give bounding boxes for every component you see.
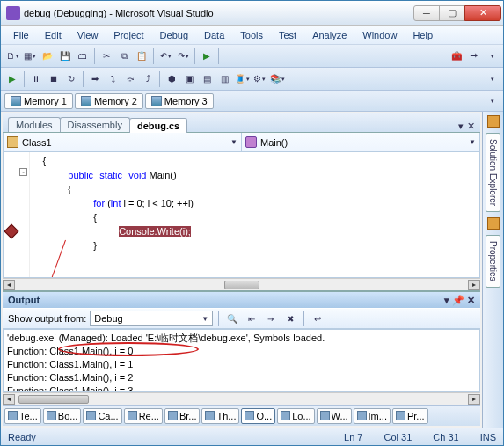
continue-button[interactable]: ▶	[4, 71, 20, 87]
output-panel-titlebar[interactable]: Output ▾📌✕	[3, 292, 480, 308]
bottom-tab[interactable]: W...	[317, 408, 352, 424]
bottom-tab-output[interactable]: O...	[241, 408, 275, 424]
menu-test[interactable]: Test	[272, 28, 303, 42]
output-horizontal-scrollbar[interactable]: ◂ ▸	[3, 392, 480, 405]
bottom-tab[interactable]: Im...	[354, 408, 391, 424]
menu-analyze[interactable]: Analyze	[305, 28, 354, 42]
restart-button[interactable]: ↻	[63, 71, 79, 87]
code-editor[interactable]: - { public static void Main() { for (int…	[3, 152, 480, 278]
stack-frame-button[interactable]: 📚▾	[269, 71, 285, 87]
break-all-button[interactable]: ⏸	[28, 71, 44, 87]
menu-window[interactable]: Window	[355, 28, 404, 42]
undo-button[interactable]: ↶▾	[157, 48, 173, 64]
active-files-button[interactable]: ▾	[458, 121, 464, 132]
immediate-window-button[interactable]: ▥	[216, 71, 232, 87]
tab-debug-cs[interactable]: debug.cs	[129, 118, 187, 133]
status-bar: Ready Ln 7 Col 31 Ch 31 INS	[1, 428, 503, 445]
menu-help[interactable]: Help	[405, 28, 440, 42]
class-selector[interactable]: Class1 ▼	[4, 133, 242, 151]
solution-explorer-tab[interactable]: Solution Explorer	[486, 133, 500, 212]
close-button[interactable]: ✕	[464, 5, 501, 21]
step-out-button[interactable]: ⤴	[140, 71, 156, 87]
tab-modules[interactable]: Modules	[8, 117, 61, 132]
step-into-button[interactable]: ⤵	[105, 71, 121, 87]
bottom-tab[interactable]: Bo...	[43, 408, 82, 424]
menu-data[interactable]: Data	[197, 28, 231, 42]
editor-margin[interactable]: -	[4, 152, 30, 277]
titlebar[interactable]: debug (Debugging) - Microsoft Visual Stu…	[1, 1, 503, 26]
output-source-selector[interactable]: Debug ▼	[90, 311, 213, 326]
menu-view[interactable]: View	[70, 28, 106, 42]
properties-tab[interactable]: Properties	[486, 235, 500, 288]
save-button[interactable]: 💾	[57, 48, 73, 64]
prev-message-button[interactable]: ⇤	[244, 311, 259, 326]
tab-icon	[396, 411, 405, 420]
pin-button[interactable]: 📌	[452, 295, 464, 306]
document-tab-bar: Modules Disassembly debug.cs ▾ ✕	[3, 113, 480, 133]
memory-tab-1[interactable]: Memory 1	[4, 93, 73, 109]
find-message-button[interactable]: 🔍	[224, 311, 240, 326]
method-selector[interactable]: Main() ▼	[242, 133, 479, 151]
editor-horizontal-scrollbar[interactable]: ◂ ▸	[3, 278, 480, 290]
scroll-thumb[interactable]	[18, 395, 89, 404]
tab-disassembly[interactable]: Disassembly	[60, 117, 130, 132]
word-wrap-button[interactable]: ↩	[310, 311, 325, 326]
bottom-tab[interactable]: Pr...	[392, 408, 428, 424]
copy-button[interactable]: ⧉	[116, 48, 132, 64]
overflow-button[interactable]: ▾	[484, 48, 500, 64]
window-position-button[interactable]: ▾	[444, 295, 449, 306]
close-panel-button[interactable]: ✕	[467, 295, 475, 306]
minimize-button[interactable]: ─	[413, 5, 440, 21]
menu-project[interactable]: Project	[106, 28, 150, 42]
scroll-right-icon[interactable]: ▸	[468, 280, 480, 290]
scroll-left-icon[interactable]: ◂	[3, 394, 15, 405]
processes-button[interactable]: ⚙▾	[252, 71, 267, 87]
menu-debug[interactable]: Debug	[153, 28, 195, 42]
bottom-tab[interactable]: Th...	[201, 408, 239, 424]
toolbox-button[interactable]: 🧰	[449, 48, 464, 64]
show-next-statement-button[interactable]: ➡	[87, 71, 103, 87]
collapse-region-icon[interactable]: -	[19, 168, 27, 176]
breakpoints-window-button[interactable]: ▣	[181, 71, 197, 87]
menu-tools[interactable]: Tools	[233, 28, 270, 42]
menu-file[interactable]: File	[6, 28, 36, 42]
clear-output-button[interactable]: ✖	[282, 311, 298, 326]
add-item-button[interactable]: ▦▾	[22, 48, 38, 64]
menu-edit[interactable]: Edit	[38, 28, 69, 42]
memory-tab-3[interactable]: Memory 3	[145, 93, 214, 109]
output-window-button[interactable]: ▤	[199, 71, 215, 87]
find-button[interactable]: ⮕	[466, 48, 482, 64]
close-document-button[interactable]: ✕	[467, 121, 475, 132]
breakpoint-icon[interactable]	[4, 224, 19, 239]
save-all-button[interactable]: 🗃	[75, 48, 91, 64]
cut-button[interactable]: ✂	[99, 48, 114, 64]
redo-button[interactable]: ↷▾	[175, 48, 191, 64]
next-message-button[interactable]: ⇥	[263, 311, 279, 326]
bottom-tab[interactable]: Te...	[4, 408, 41, 424]
stop-debug-button[interactable]: ⏹	[46, 71, 62, 87]
maximize-button[interactable]: ▢	[439, 5, 465, 21]
open-button[interactable]: 📂	[40, 48, 55, 64]
class-icon	[7, 136, 18, 148]
memory-tab-2[interactable]: Memory 2	[75, 93, 143, 109]
threads-button[interactable]: 🧵▾	[234, 71, 250, 87]
overflow-button[interactable]: ▾	[484, 93, 500, 109]
start-debug-button[interactable]: ▶	[199, 48, 215, 64]
bottom-tab[interactable]: Ca...	[83, 408, 121, 424]
code-area[interactable]: { public static void Main() { for (int i…	[30, 152, 479, 277]
chevron-down-icon: ▼	[230, 138, 237, 146]
bottom-tab[interactable]: Re...	[124, 408, 163, 424]
scroll-left-icon[interactable]: ◂	[3, 280, 15, 290]
scroll-right-icon[interactable]: ▸	[468, 394, 480, 405]
output-text[interactable]: 'debug.exe' (Managed): Loaded 'E:\临时文档\d…	[3, 329, 480, 392]
tab-icon	[205, 411, 215, 420]
scroll-thumb[interactable]	[224, 281, 259, 289]
new-project-button[interactable]: 🗋▾	[4, 48, 20, 64]
step-over-button[interactable]: ⤼	[122, 71, 138, 87]
hex-button[interactable]: ⬢	[164, 71, 179, 87]
bottom-tab[interactable]: Br...	[164, 408, 201, 424]
properties-icon	[487, 217, 500, 230]
bottom-tab[interactable]: Lo...	[277, 408, 314, 424]
overflow-button[interactable]: ▾	[484, 71, 500, 87]
paste-button[interactable]: 📋	[134, 48, 150, 64]
